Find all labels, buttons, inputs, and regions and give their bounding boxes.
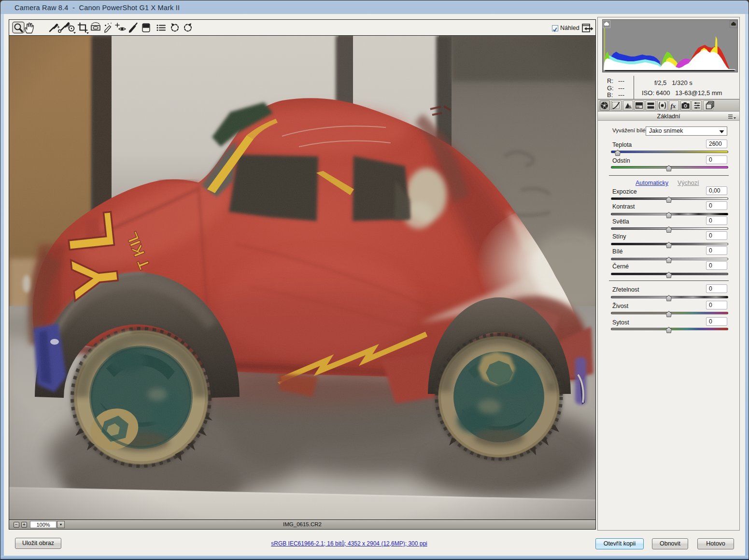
svg-text:fx: fx <box>671 102 676 110</box>
